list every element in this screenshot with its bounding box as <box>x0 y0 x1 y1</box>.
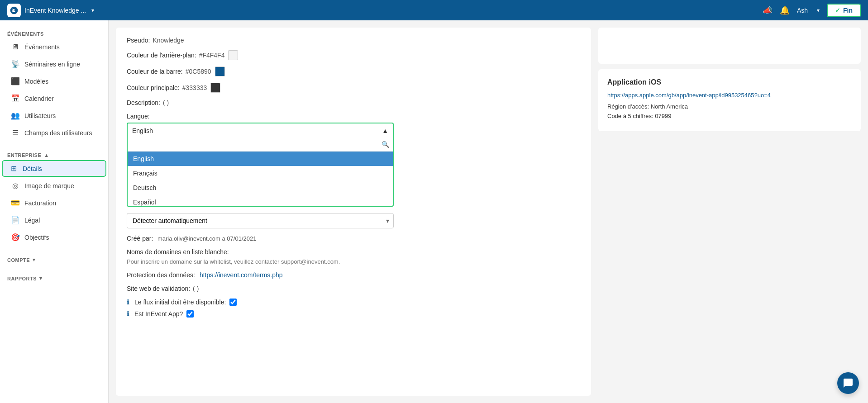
langue-dropdown[interactable]: English ▲ 🔍 English Français Deutsch Esp… <box>127 123 394 207</box>
ios-code-value: 07999 <box>655 113 671 119</box>
cree-par-row: Créé par: maria.oliv@inevent.com a 07/01… <box>127 235 580 242</box>
couleur-principale-row: Couleur principale: #333333 <box>127 83 580 93</box>
sidebar-item-image-marque[interactable]: ◎ Image de marque <box>4 177 105 194</box>
cree-par-value: maria.oliv@inevent.com a 07/01/2021 <box>157 235 256 242</box>
bell-icon[interactable]: 🔔 <box>780 5 790 15</box>
app-chevron-icon[interactable]: ▾ <box>91 7 94 14</box>
pseudo-label: Pseudo: <box>127 37 150 44</box>
langue-option-deutsch[interactable]: Deutsch <box>128 180 393 195</box>
user-chevron-icon[interactable]: ▾ <box>817 7 820 14</box>
ios-region-label: Région d'accès: <box>607 103 649 110</box>
nav-left: iE InEvent Knowledge ... ▾ <box>7 4 763 17</box>
couleur-barre-row: Couleur de la barre: #0C5890 <box>127 66 580 76</box>
megaphone-icon[interactable]: 📣 <box>763 5 773 15</box>
rapports-chevron-icon: ▾ <box>39 275 43 281</box>
langue-selected-value: English <box>132 127 153 134</box>
section-compte: COMPTE ▾ <box>0 253 108 265</box>
users-icon: 👥 <box>11 111 20 120</box>
form-panel: Pseudo: Knowledge Couleur de l'arrière-p… <box>116 28 591 396</box>
domaines-label: Noms de domaines en liste blanche: <box>127 248 229 256</box>
langue-option-english[interactable]: English <box>128 152 393 166</box>
description-label: Description: <box>127 99 160 106</box>
fuseau-row: Détecter automatiquement ▾ <box>127 213 580 228</box>
sidebar-item-utilisateurs[interactable]: 👥 Utilisateurs <box>4 107 105 124</box>
couleur-principale-value: #333333 <box>182 84 207 91</box>
svg-text:iE: iE <box>12 8 15 13</box>
langue-section: Langue: English ▲ 🔍 English Français Deu… <box>127 113 580 207</box>
target-icon: 🎯 <box>11 233 20 242</box>
calendar-icon: 📅 <box>11 94 20 103</box>
couleur-arriere-plan-swatch[interactable] <box>228 50 238 60</box>
couleur-barre-value: #0C5890 <box>186 68 211 75</box>
chat-bubble[interactable] <box>837 372 859 394</box>
sidebar: ÉVÉNEMENTS 🖥 Événements 📡 Séminaires en … <box>0 20 109 403</box>
sidebar-item-modeles[interactable]: ⬛ Modèles <box>4 73 105 90</box>
flux-initial-row: ℹ Le flux initial doit être disponible: <box>127 299 580 306</box>
sidebar-item-calendrier[interactable]: 📅 Calendrier <box>4 90 105 107</box>
couleur-principale-label: Couleur principale: <box>127 84 180 91</box>
description-row: Description: ( ) <box>127 99 580 106</box>
sidebar-item-evenements[interactable]: 🖥 Événements <box>4 39 105 55</box>
couleur-barre-label: Couleur de la barre: <box>127 68 183 75</box>
search-icon: 🔍 <box>382 141 389 148</box>
ios-app-link[interactable]: https://apps.apple.com/gb/app/inevent-ap… <box>607 92 852 99</box>
nav-right: 📣 🔔 Ash ▾ ✓ Fin <box>763 4 861 17</box>
main-layout: ÉVÉNEMENTS 🖥 Événements 📡 Séminaires en … <box>0 20 868 403</box>
ios-code-row: Code à 5 chiffres: 07999 <box>607 113 852 119</box>
fin-button[interactable]: ✓ Fin <box>827 4 861 17</box>
inevent-app-label: Est InEvent App? <box>134 310 183 318</box>
info-inevent-icon: ℹ <box>127 310 129 318</box>
top-nav: iE InEvent Knowledge ... ▾ 📣 🔔 Ash ▾ ✓ F… <box>0 0 868 20</box>
circle-icon: ◎ <box>11 181 20 190</box>
langue-options-list: English Français Deutsch Español <box>128 152 393 206</box>
top-placeholder-card <box>598 28 861 64</box>
couleur-arriere-plan-value: #F4F4F4 <box>199 52 225 59</box>
monitor-icon: 🖥 <box>11 43 20 51</box>
pseudo-value: Knowledge <box>153 37 184 44</box>
ios-region-row: Région d'accès: North America <box>607 103 852 110</box>
langue-selected-row[interactable]: English ▲ <box>128 123 393 138</box>
ios-code-label: Code à 5 chiffres: <box>607 113 653 119</box>
inevent-app-row: ℹ Est InEvent App? <box>127 310 580 318</box>
wifi-icon: 📡 <box>11 60 20 68</box>
flux-initial-checkbox[interactable] <box>229 299 237 306</box>
sidebar-item-details[interactable]: ⊞ Détails <box>2 160 106 177</box>
ios-app-card: Application iOS https://apps.apple.com/g… <box>598 69 861 131</box>
app-name: InEvent Knowledge ... <box>24 7 86 14</box>
sidebar-item-seminaires[interactable]: 📡 Séminaires en ligne <box>4 56 105 72</box>
fuseau-select[interactable]: Détecter automatiquement <box>127 213 394 228</box>
user-name[interactable]: Ash <box>797 7 808 14</box>
langue-search-row: 🔍 <box>128 138 393 152</box>
sidebar-item-legal[interactable]: 📄 Légal <box>4 212 105 228</box>
info-flux-icon: ℹ <box>127 299 129 306</box>
pseudo-row: Pseudo: Knowledge <box>127 37 580 44</box>
couleur-barre-swatch[interactable] <box>215 66 225 76</box>
description-value: ( ) <box>163 99 169 106</box>
site-validation-row: Site web de validation: ( ) <box>127 285 580 292</box>
compte-chevron-icon: ▾ <box>33 257 36 263</box>
inevent-app-checkbox[interactable] <box>186 310 194 318</box>
langue-search-input[interactable] <box>131 140 379 148</box>
flux-initial-label: Le flux initial doit être disponible: <box>134 299 226 306</box>
langue-option-francais[interactable]: Français <box>128 166 393 180</box>
sidebar-item-objectifs[interactable]: 🎯 Objectifs <box>4 229 105 246</box>
site-validation-label: Site web de validation: <box>127 285 190 292</box>
ios-app-title: Application iOS <box>607 78 852 86</box>
protection-row: Protection des données: https://inevent.… <box>127 271 580 279</box>
creditcard-icon: 💳 <box>11 199 20 207</box>
site-validation-value: ( ) <box>193 285 199 292</box>
fuseau-select-wrapper: Détecter automatiquement ▾ <box>127 213 394 228</box>
file-icon: 📄 <box>11 216 20 224</box>
protection-label: Protection des données: <box>127 271 195 279</box>
sidebar-item-facturation[interactable]: 💳 Facturation <box>4 194 105 211</box>
langue-chevron-icon: ▲ <box>382 127 388 134</box>
sidebar-item-champs[interactable]: ☰ Champs des utilisateurs <box>4 124 105 141</box>
langue-option-espanol[interactable]: Español <box>128 195 393 206</box>
couleur-principale-swatch[interactable] <box>210 83 220 93</box>
layers-icon: ⬛ <box>11 77 20 85</box>
protection-link[interactable]: https://inevent.com/terms.php <box>200 271 283 279</box>
cree-par-label: Créé par: <box>127 235 153 242</box>
grid-icon: ⊞ <box>9 164 18 173</box>
domaines-desc: Pour inscrire un domaine sur la whitelis… <box>127 258 580 265</box>
domaines-row: Noms de domaines en liste blanche: <box>127 248 580 256</box>
